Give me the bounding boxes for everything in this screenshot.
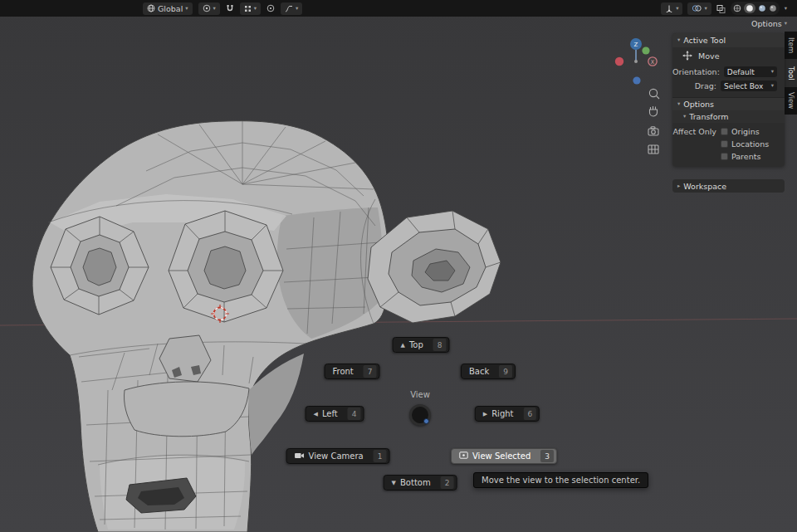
left-eye-socket [51,217,149,315]
snap-increment-icon [244,5,252,12]
pie-back-button[interactable]: Back 9 [461,364,516,379]
proportional-editing-toggle-icon[interactable] [266,4,275,12]
options-panel-title: Options [683,100,714,109]
pan-hand-icon[interactable] [650,106,658,116]
viewport-header: Global ▾ ▾ ▾ [0,0,797,17]
shortcut-badge: 4 [348,408,361,420]
chevron-down-icon: ▾ [785,21,787,27]
shortcut-badge: 1 [374,450,387,462]
viewport-nav-cluster: Z X [604,33,666,163]
workspace-title: Workspace [683,182,726,191]
orientation-selected-value: Default [727,68,755,76]
chevron-down-icon: ▾ [704,6,707,12]
origins-checkbox[interactable] [721,128,728,135]
overlays-icon [692,4,702,12]
shading-material-icon[interactable] [758,4,766,12]
tab-tool[interactable]: Tool [785,59,797,86]
suzanne-model[interactable] [32,121,501,532]
camera-view-icon[interactable] [648,127,658,135]
transform-subpanel-header[interactable]: ▾ Transform [672,110,785,123]
active-tool-panel-header[interactable]: ▾ Active Tool [672,33,785,47]
active-tool-row: Move [672,47,785,65]
orthographic-grid-icon[interactable] [648,145,658,154]
drag-selected-value: Select Box [724,82,763,90]
locations-label: Locations [731,139,769,149]
snap-toggle-magnet-icon[interactable] [226,4,234,13]
origins-label: Origins [731,127,760,136]
chevron-down-icon: ▾ [677,101,680,107]
gizmo-z-neg-ball [633,76,640,84]
pie-left-button[interactable]: ◀ Left 4 [306,406,364,422]
up-arrow-icon: ▲ [401,342,405,349]
chevron-down-icon: ▾ [771,69,774,75]
proportional-falloff-dropdown[interactable]: ▾ [281,2,302,15]
pie-right-label: Right [491,409,513,418]
gizmo-y-axis-ball [642,46,649,54]
overlays-toggle-dropdown[interactable]: ▾ [687,2,711,15]
active-tool-title: Active Tool [683,36,726,45]
gizmo-z-label: Z [634,41,638,48]
options-button[interactable]: Options ▾ [751,19,787,28]
tab-view[interactable]: View [785,87,797,115]
tab-item[interactable]: Item [785,32,797,59]
falloff-curve-icon [285,5,293,12]
chevron-down-icon: ▾ [185,6,188,12]
orientation-label: Orientation: [672,67,724,76]
pie-direction-dot [423,418,429,424]
left-arrow-icon: ◀ [314,411,318,417]
parents-checkbox[interactable] [721,153,728,160]
pie-front-button[interactable]: Front 7 [324,364,379,379]
blender-window: Global ▾ ▾ ▾ [0,0,797,532]
shortcut-badge: 3 [540,450,554,462]
parents-label: Parents [731,152,760,161]
drag-label: Drag: [672,81,721,90]
zoom-icon[interactable] [649,89,659,99]
chevron-down-icon: ▾ [677,37,680,43]
xray-toggle-icon[interactable] [716,4,726,13]
chevron-down-icon: ▾ [254,6,257,12]
chevron-down-icon: ▾ [683,114,686,120]
pie-view-camera-button[interactable]: View Camera 1 [286,448,390,464]
affect-only-label: Affect Only [672,127,721,136]
workspace-panel-header[interactable]: ▸ Workspace [672,179,785,193]
sidebar-panel: ▾ Active Tool Move Orientation: Default … [672,33,785,167]
pie-center-label: View [410,390,430,399]
shortcut-badge: 2 [441,476,454,489]
orientation-gizmo[interactable]: Z X [615,38,657,85]
pie-front-label: Front [332,367,353,376]
options-panel-header[interactable]: ▾ Options [672,97,785,110]
chevron-down-icon: ▾ [771,83,774,89]
sidebar-tabstrip: Item Tool View [785,32,797,115]
right-ear [368,211,501,323]
options-label: Options [751,19,782,28]
right-eye-socket [169,211,283,322]
tooltip: Move the view to the selection center. [473,472,648,488]
pie-view-selected-button[interactable]: View Selected 3 [451,448,557,464]
chevron-right-icon: ▸ [677,183,680,189]
chevron-down-icon: ▾ [296,6,298,12]
transform-orientation-dropdown[interactable]: Global ▾ [143,2,193,15]
shading-solid-icon[interactable] [744,3,755,13]
transform-title: Transform [689,112,728,121]
pie-right-button[interactable]: ▶ Right 6 [475,406,540,422]
shading-options-dropdown[interactable]: ▾ [785,6,787,12]
orientation-select[interactable]: Default ▾ [724,66,777,77]
pivot-point-dropdown[interactable]: ▾ [198,2,220,15]
shading-rendered-icon[interactable] [769,4,777,12]
pie-top-button[interactable]: ▲ Top 8 [393,337,450,353]
pie-view-camera-label: View Camera [309,451,364,461]
pie-bottom-button[interactable]: ▼ Bottom 2 [384,475,457,491]
shading-mode-group [731,2,780,15]
snap-options-dropdown[interactable]: ▾ [240,2,261,15]
drag-select[interactable]: Select Box ▾ [721,81,777,91]
gizmos-toggle-dropdown[interactable]: ▾ [661,2,682,15]
pie-top-label: Top [409,340,423,349]
frame-selected-icon [459,451,468,461]
pie-left-label: Left [322,409,338,418]
globe-icon [147,4,155,12]
camera-icon [295,451,305,461]
shading-wireframe-icon[interactable] [733,4,741,12]
chevron-down-icon: ▾ [676,6,678,12]
gizmo-x-neg-ball [615,57,623,66]
locations-checkbox[interactable] [721,140,728,148]
